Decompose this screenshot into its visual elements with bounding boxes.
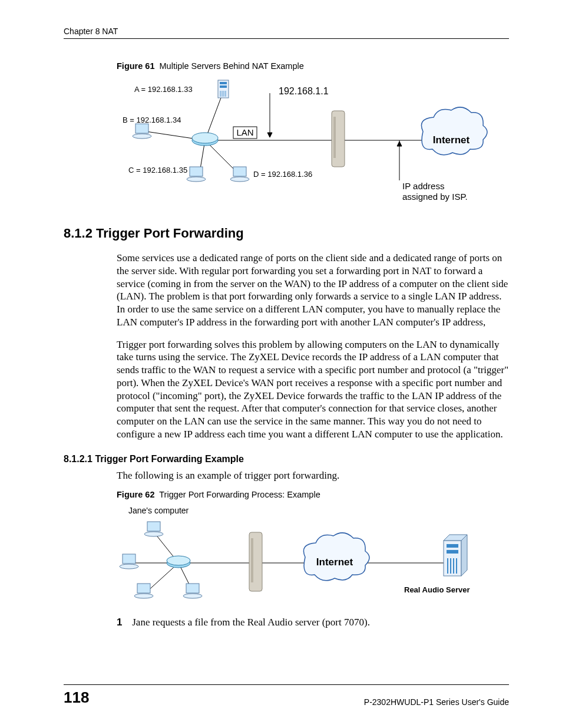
router-icon bbox=[249, 532, 262, 591]
svg-rect-21 bbox=[190, 167, 203, 176]
heading-8-1-2-1: 8.1.2.1 Trigger Port Forwarding Example bbox=[64, 454, 509, 465]
paragraph: The following is an example of trigger p… bbox=[117, 469, 509, 482]
svg-rect-37 bbox=[147, 522, 160, 531]
svg-marker-9 bbox=[397, 141, 402, 146]
svg-rect-23 bbox=[233, 167, 246, 176]
server-icon bbox=[444, 535, 467, 576]
figure62-title: Trigger Port Forwarding Process: Example bbox=[159, 490, 320, 499]
figure61-number: Figure 61 bbox=[117, 61, 154, 71]
svg-rect-51 bbox=[447, 550, 458, 554]
svg-marker-7 bbox=[267, 133, 272, 137]
label-isp2: assigned by ISP. bbox=[402, 192, 468, 202]
svg-point-44 bbox=[183, 594, 202, 598]
svg-rect-19 bbox=[135, 124, 148, 133]
svg-point-11 bbox=[192, 133, 218, 143]
running-header: Chapter 8 NAT bbox=[64, 27, 509, 39]
svg-rect-41 bbox=[137, 584, 150, 593]
pc-icon bbox=[187, 167, 206, 182]
guide-title: P-2302HWUDL-P1 Series User's Guide bbox=[364, 697, 509, 707]
svg-point-38 bbox=[144, 532, 163, 536]
pc-icon bbox=[230, 167, 249, 182]
label-b: B = 192.168.1.34 bbox=[123, 116, 181, 124]
step-text: Jane requests a file from the Real Audio… bbox=[132, 617, 370, 628]
pc-icon bbox=[120, 554, 138, 569]
page-number: 118 bbox=[64, 689, 89, 707]
pc-icon bbox=[134, 584, 153, 598]
heading-8-1-2: 8.1.2 Trigger Port Forwarding bbox=[64, 226, 509, 241]
label-jane: Jane's computer bbox=[128, 506, 189, 515]
label-c: C = 192.168.1.35 bbox=[128, 166, 187, 174]
svg-point-22 bbox=[187, 177, 206, 182]
paragraph: Trigger port forwarding solves this prob… bbox=[117, 338, 509, 441]
svg-marker-49 bbox=[461, 535, 467, 576]
figure62-diagram: Jane's computer bbox=[117, 504, 482, 610]
svg-point-24 bbox=[230, 177, 249, 182]
svg-rect-50 bbox=[447, 544, 458, 548]
step-1: 1 Jane requests a file from the Real Aud… bbox=[117, 616, 509, 629]
label-gateway: 192.168.1.1 bbox=[279, 86, 329, 96]
pc-icon bbox=[183, 584, 202, 598]
label-isp1: IP address bbox=[402, 181, 444, 191]
label-d: D = 192.168.1.36 bbox=[253, 170, 312, 179]
svg-rect-46 bbox=[251, 538, 253, 582]
svg-rect-14 bbox=[220, 85, 227, 88]
svg-rect-13 bbox=[220, 82, 227, 84]
internet-label: Internet bbox=[316, 556, 353, 568]
label-a: A = 192.168.1.33 bbox=[134, 85, 193, 94]
label-server: Real Audio Server bbox=[404, 585, 470, 594]
svg-point-36 bbox=[167, 556, 190, 565]
figure61-caption: Figure 61 Multiple Servers Behind NAT Ex… bbox=[117, 61, 509, 71]
cloud-icon bbox=[421, 107, 487, 155]
step-number: 1 bbox=[117, 616, 130, 629]
figure61-title: Multiple Servers Behind NAT Example bbox=[160, 61, 304, 71]
figure62-number: Figure 62 bbox=[117, 490, 154, 499]
pc-icon bbox=[144, 522, 163, 536]
svg-rect-43 bbox=[186, 584, 199, 593]
server-icon bbox=[218, 80, 229, 98]
label-lan: LAN bbox=[236, 127, 253, 137]
page-footer: 118 P-2302HWUDL-P1 Series User's Guide bbox=[64, 684, 509, 707]
svg-point-40 bbox=[120, 564, 138, 569]
paragraph: Some services use a dedicated range of p… bbox=[117, 252, 509, 329]
svg-rect-26 bbox=[333, 117, 336, 158]
internet-label: Internet bbox=[433, 134, 470, 146]
figure61-diagram: Internet A = 192.168.1.33 B = 192.168.1.… bbox=[117, 75, 494, 208]
pc-icon bbox=[133, 124, 151, 139]
svg-rect-39 bbox=[123, 554, 135, 564]
svg-point-42 bbox=[134, 594, 153, 598]
svg-point-20 bbox=[133, 134, 151, 139]
figure62-caption: Figure 62 Trigger Port Forwarding Proces… bbox=[117, 490, 509, 499]
router-icon bbox=[332, 111, 345, 167]
